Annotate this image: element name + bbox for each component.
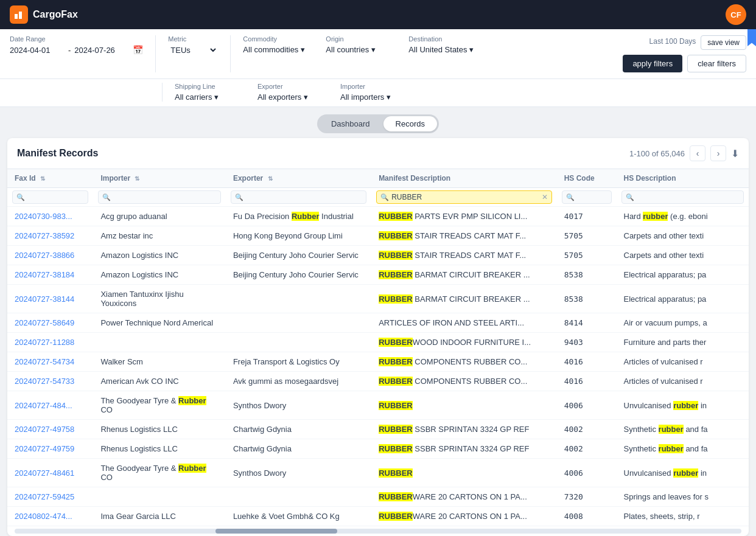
last-days-text: Last 100 Days (649, 37, 696, 46)
cell-hs-desc: Furniture and parts ther (617, 333, 749, 352)
chevron-down-icon: ▾ (301, 45, 305, 54)
destination-group: Destination All United States ▾ (408, 35, 481, 54)
commodity-value[interactable]: All commodities ▾ (243, 45, 316, 54)
cell-importer: Walker Scm (93, 352, 226, 372)
cell-importer: Rhenus Logistics LLC (93, 439, 226, 459)
tab-dashboard[interactable]: Dashboard (319, 116, 382, 131)
next-page-button[interactable]: › (710, 145, 726, 161)
table-body: 20240730-983...Acg grupo aduanalFu Da Pr… (7, 207, 749, 526)
table-row[interactable]: 20240727-38866Amazon Logistics INCBeijin… (7, 246, 749, 265)
table-row[interactable]: 20240727-59425RUBBERWARE 20 CARTONS ON 1… (7, 487, 749, 507)
col-header-manifest: Manifest Description (371, 169, 557, 188)
hs-code-search-input[interactable] (577, 193, 607, 201)
cell-exporter: Beijing Century Joho Courier Servic (226, 246, 371, 265)
search-icon-manifest: 🔍 (380, 193, 389, 201)
col-header-exporter[interactable]: Exporter ⇅ (226, 169, 371, 188)
calendar-icon[interactable]: 📅 (133, 45, 143, 55)
cell-hs-code: 4008 (557, 507, 617, 526)
cell-hs-code: 5705 (557, 246, 617, 265)
cell-hs-desc: Electrical apparatus; pa (617, 265, 749, 285)
table-row[interactable]: 20240727-54734Walker ScmFreja Transport … (7, 352, 749, 372)
logo-area: CargoFax (10, 5, 78, 24)
cell-exporter: Luehke & Voet Gmbh& CO Kg (226, 507, 371, 526)
search-icon-hs-desc: 🔍 (626, 193, 634, 201)
cell-manifest: RUBBER SSBR SPRINTAN 3324 GP REF (371, 420, 557, 439)
cell-manifest: RUBBER STAIR TREADS CART MAT F... (371, 246, 557, 265)
cell-fax-id: 20240727-38184 (7, 265, 93, 285)
cell-fax-id: 20240727-48461 (7, 459, 93, 487)
date-range-group: Date Range - 📅 (10, 35, 143, 55)
chevron-down-icon-exporter: ▾ (304, 92, 308, 102)
table-row[interactable]: 20240727-11288RUBBERWOOD INDOOR FURNITUR… (7, 333, 749, 352)
origin-label: Origin (326, 35, 399, 43)
hs-desc-search-box: 🔍 (621, 190, 744, 204)
hs-desc-search-input[interactable] (637, 193, 740, 201)
prev-page-button[interactable]: ‹ (690, 145, 705, 161)
table-header: Manifest Records 1-100 of 65,046 ‹ › ⬇ (7, 138, 749, 169)
filter-right: Last 100 Days save view apply filters cl… (623, 35, 746, 72)
origin-value[interactable]: All countries ▾ (326, 45, 399, 54)
column-search-row: 🔍 🔍 (7, 188, 749, 207)
exporter-group: Exporter All exporters ▾ (257, 83, 331, 102)
cell-exporter: Synthos Dwory (226, 459, 371, 487)
avatar[interactable]: CF (726, 4, 746, 25)
table-row[interactable]: 20240727-38184Amazon Logistics INCBeijin… (7, 265, 749, 285)
destination-value[interactable]: All United States ▾ (408, 45, 481, 54)
table-row[interactable]: 20240727-49759Rhenus Logistics LLCChartw… (7, 439, 749, 459)
date-to-input[interactable] (74, 46, 129, 55)
table-row[interactable]: 20240802-474...Ima Gear Garcia LLCLuehke… (7, 507, 749, 526)
cell-manifest: ARTICLES OF IRON AND STEEL ARTI... (371, 313, 557, 333)
fax-search-box: 🔍 (12, 190, 88, 204)
cell-hs-desc: Plates, sheets, strip, r (617, 507, 749, 526)
save-view-button[interactable]: save view (701, 35, 746, 50)
table-row[interactable]: 20240727-484...The Goodyear Tyre & Rubbe… (7, 391, 749, 420)
cell-importer: Acg grupo aduanal (93, 207, 226, 226)
apply-filters-button[interactable]: apply filters (623, 55, 682, 72)
search-icon-exporter: 🔍 (235, 193, 243, 201)
cell-exporter: Avk gummi as mosegaardsvej (226, 372, 371, 391)
col-header-fax-id[interactable]: Fax Id ⇅ (7, 169, 93, 188)
cell-hs-desc: Unvulcanised rubber in (617, 391, 749, 420)
download-icon[interactable]: ⬇ (731, 148, 739, 159)
table-row[interactable]: 20240727-54733American Avk CO INCAvk gum… (7, 372, 749, 391)
shipping-line-value[interactable]: All carriers ▾ (175, 92, 248, 102)
metric-label: Metric (168, 35, 218, 43)
exporter-filter-value[interactable]: All exporters ▾ (257, 92, 331, 102)
clear-filters-button[interactable]: clear filters (687, 55, 746, 72)
importer-search-input[interactable] (113, 193, 217, 201)
cell-manifest: RUBBER BARMAT CIRCUIT BREAKER ... (371, 285, 557, 313)
importer-filter-value[interactable]: All importers ▾ (340, 92, 413, 102)
table-row[interactable]: 20240727-58649Power Technique Nord Ameri… (7, 313, 749, 333)
table-row[interactable]: 20240727-38592Amz bestar incHong Kong Be… (7, 226, 749, 246)
table-title: Manifest Records (17, 148, 98, 159)
destination-label: Destination (408, 35, 481, 43)
filter-divider-1 (155, 35, 156, 72)
table-row[interactable]: 20240730-983...Acg grupo aduanalFu Da Pr… (7, 207, 749, 226)
cell-hs-code: 4016 (557, 352, 617, 372)
cell-manifest: RUBBER (371, 391, 557, 420)
filter-divider-2 (230, 35, 231, 72)
horizontal-scrollbar[interactable] (15, 529, 741, 534)
fax-search-input[interactable] (27, 193, 84, 201)
scrollbar-thumb[interactable] (215, 529, 337, 534)
cell-exporter (226, 285, 371, 313)
top-navigation: CargoFax CF (0, 0, 756, 29)
importer-search-box: 🔍 (98, 190, 221, 204)
cell-fax-id: 20240727-49758 (7, 420, 93, 439)
tab-records[interactable]: Records (383, 116, 437, 131)
manifest-search-cell: 🔍 ✕ (371, 188, 557, 207)
table-meta: 1-100 of 65,046 ‹ › ⬇ (629, 145, 739, 161)
table-row[interactable]: 20240727-49758Rhenus Logistics LLCChartw… (7, 420, 749, 439)
metric-select[interactable]: TEUs Shipments Weight (168, 45, 218, 55)
cell-hs-code: 4016 (557, 372, 617, 391)
table-row[interactable]: 20240727-48461The Goodyear Tyre & Rubber… (7, 459, 749, 487)
importer-label: Importer (340, 83, 413, 90)
col-header-importer[interactable]: Importer ⇅ (93, 169, 226, 188)
cell-importer: Rhenus Logistics LLC (93, 420, 226, 439)
cell-hs-code: 8414 (557, 313, 617, 333)
date-from-input[interactable] (10, 46, 65, 55)
exporter-search-input[interactable] (246, 193, 362, 201)
clear-manifest-search[interactable]: ✕ (542, 193, 548, 201)
manifest-search-input[interactable] (391, 193, 539, 201)
table-row[interactable]: 20240727-38144Xiamen Tantuxinx Ijishu Yo… (7, 285, 749, 313)
